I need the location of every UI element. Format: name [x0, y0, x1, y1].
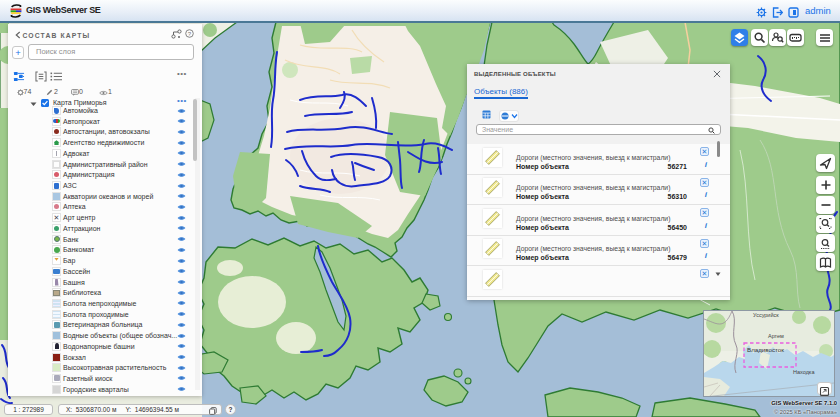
svg-text:Уссурийск: Уссурийск [753, 312, 779, 318]
svg-text:Владивосток: Владивосток [747, 346, 784, 353]
svg-text:Артем: Артем [768, 333, 784, 339]
svg-text:Находка: Находка [793, 369, 815, 375]
svg-text:?: ? [188, 31, 192, 37]
